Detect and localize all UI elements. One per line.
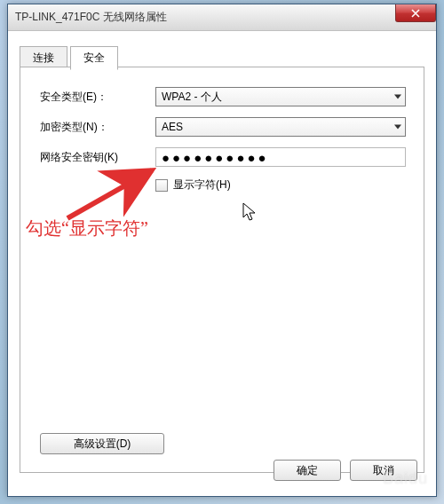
security-type-combo[interactable]: WPA2 - 个人 (155, 87, 406, 106)
annotation-text: 勾选“显示字符” (26, 217, 148, 240)
network-key-input[interactable]: ●●●●●●●●●● (155, 147, 406, 167)
advanced-settings-label: 高级设置(D) (74, 437, 131, 452)
client-area: 连接 安全 安全类型(E)： WPA2 - 个人 加密类型(N)： AES 网络… (14, 38, 430, 490)
security-type-value: WPA2 - 个人 (162, 90, 222, 105)
tab-security[interactable]: 安全 (70, 46, 118, 70)
encryption-type-label: 加密类型(N)： (40, 120, 155, 135)
show-characters-checkbox[interactable] (155, 179, 168, 192)
ok-button[interactable]: 确定 (274, 460, 341, 481)
cancel-label: 取消 (373, 463, 394, 478)
network-key-label: 网络安全密钥(K) (40, 150, 155, 165)
advanced-settings-button[interactable]: 高级设置(D) (40, 433, 164, 454)
chevron-down-icon (394, 95, 401, 99)
close-button[interactable] (395, 4, 436, 22)
show-characters-label: 显示字符(H) (173, 177, 231, 193)
dialog-footer: 确定 取消 (274, 460, 417, 481)
cursor-icon (242, 202, 258, 224)
row-network-key: 网络安全密钥(K) ●●●●●●●●●● (40, 147, 406, 167)
close-icon (410, 9, 421, 18)
chevron-down-icon (394, 125, 401, 130)
encryption-type-combo[interactable]: AES (155, 117, 406, 137)
ok-label: 确定 (297, 463, 318, 478)
encryption-type-value: AES (162, 121, 183, 133)
network-key-value: ●●●●●●●●●● (162, 150, 269, 165)
security-type-label: 安全类型(E)： (40, 90, 155, 105)
annotation-arrow-icon (63, 165, 170, 227)
row-security-type: 安全类型(E)： WPA2 - 个人 (40, 87, 406, 106)
tabstrip: 连接 安全 (20, 45, 430, 67)
dialog-window: TP-LINK_471F0C 无线网络属性 连接 安全 安全类型(E)： WPA… (7, 4, 437, 497)
titlebar: TP-LINK_471F0C 无线网络属性 (8, 4, 436, 31)
row-show-characters: 显示字符(H) (155, 177, 406, 193)
window-title: TP-LINK_471F0C 无线网络属性 (15, 10, 167, 25)
cancel-button[interactable]: 取消 (350, 460, 417, 481)
svg-line-0 (67, 170, 152, 218)
tab-panel-security: 安全类型(E)： WPA2 - 个人 加密类型(N)： AES 网络安全密钥(K… (20, 67, 424, 473)
row-encryption-type: 加密类型(N)： AES (40, 117, 406, 137)
